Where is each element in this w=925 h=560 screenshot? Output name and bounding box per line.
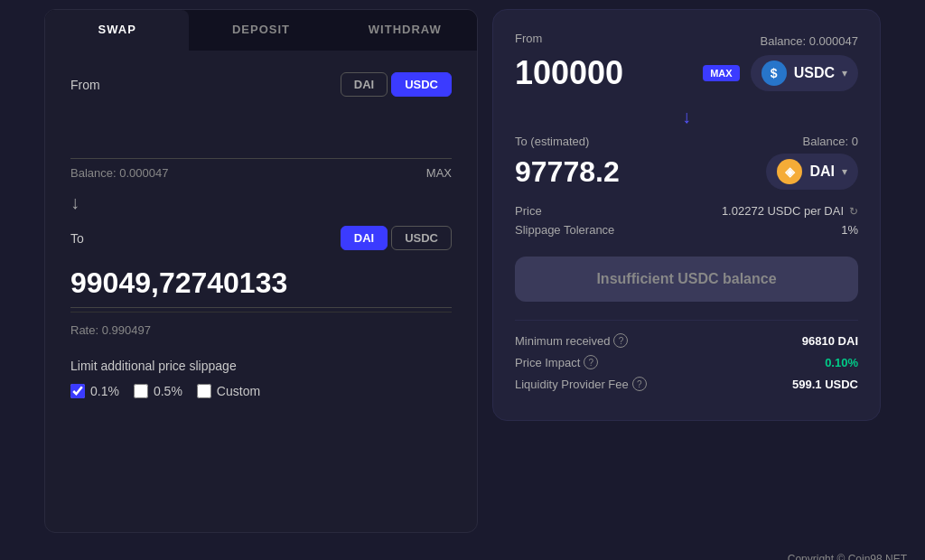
price-impact-label: Price Impact ?: [515, 355, 598, 369]
to-amount-display: 99049,72740133: [70, 259, 452, 308]
from-max-btn[interactable]: MAX: [426, 166, 452, 180]
lp-fee-info-icon[interactable]: ?: [632, 377, 647, 391]
min-received-label: Minimum received ?: [515, 333, 628, 348]
min-received-row: Minimum received ? 96810 DAI: [515, 333, 858, 348]
from-amount-input[interactable]: 100000: [70, 106, 452, 159]
from-dai-btn[interactable]: DAI: [341, 72, 388, 97]
rp-to-label: To (estimated): [515, 135, 589, 148]
left-panel: SWAP DEPOSIT WITHDRAW From DAI USDC 1000…: [44, 9, 478, 533]
rp-slippage-value: 1%: [841, 223, 858, 237]
lp-fee-label: Liquidity Provider Fee ?: [515, 377, 647, 391]
tab-bar: SWAP DEPOSIT WITHDRAW: [45, 10, 477, 51]
slippage-custom-checkbox[interactable]: [197, 384, 211, 398]
tab-deposit[interactable]: DEPOSIT: [189, 10, 332, 51]
rp-to-section: To (estimated) Balance: 0 97778.2 ◈ DAI …: [515, 135, 858, 190]
lp-fee-value: 599.1 USDC: [792, 378, 858, 391]
from-token-toggle: DAI USDC: [341, 72, 452, 97]
swap-direction-arrow: ↓: [70, 192, 452, 213]
slippage-custom-label: Custom: [217, 384, 260, 398]
rp-swap-arrow: ↓: [515, 107, 858, 127]
from-balance: Balance: 0.000047: [70, 166, 168, 180]
rp-to-token-name: DAI: [809, 163, 835, 180]
rp-max-badge[interactable]: MAX: [703, 65, 739, 81]
from-usdc-btn[interactable]: USDC: [391, 72, 452, 97]
slippage-custom[interactable]: Custom: [197, 384, 260, 398]
dai-token-icon: ◈: [777, 159, 802, 184]
rp-details: Minimum received ? 96810 DAI Price Impac…: [515, 320, 858, 391]
rp-slippage-row: Slippage Tolerance 1%: [515, 223, 858, 237]
rp-from-balance: Balance: 0.000047: [761, 34, 858, 48]
from-label: From: [70, 78, 100, 92]
rp-to-amount-row: 97778.2 ◈ DAI ▾: [515, 154, 858, 190]
rp-to-balance: Balance: 0: [803, 135, 858, 148]
to-dai-btn[interactable]: DAI: [341, 226, 388, 250]
to-token-toggle: DAI USDC: [341, 226, 452, 250]
slippage-05-label: 0.5%: [154, 384, 182, 398]
price-refresh-icon[interactable]: ↻: [849, 205, 858, 218]
to-label: To: [70, 231, 84, 246]
rp-from-token-selector[interactable]: $ USDC ▾: [751, 55, 858, 91]
slippage-section: Limit additional price slippage 0.1% 0.5…: [70, 359, 452, 398]
tab-withdraw[interactable]: WITHDRAW: [333, 10, 477, 51]
insufficient-balance-btn[interactable]: Insufficient USDC balance: [515, 257, 858, 302]
rp-from-amount: 100000: [515, 54, 692, 92]
right-panel: From Balance: 0.000047 100000 MAX $ USDC…: [492, 9, 881, 421]
rp-slippage-label: Slippage Tolerance: [515, 223, 614, 237]
price-impact-value: 0.10%: [825, 356, 858, 369]
rp-to-token-selector[interactable]: ◈ DAI ▾: [766, 154, 858, 190]
slippage-05[interactable]: 0.5%: [134, 384, 182, 398]
slippage-01-checkbox[interactable]: [70, 384, 85, 398]
to-token-chevron: ▾: [842, 165, 847, 178]
copyright-text: Copyright © Coin98.NET: [0, 553, 925, 560]
rp-price-row: Price 1.02272 USDC per DAI ↻: [515, 204, 858, 218]
price-impact-info-icon[interactable]: ?: [584, 355, 598, 369]
tab-swap[interactable]: SWAP: [45, 10, 189, 51]
to-usdc-btn[interactable]: USDC: [391, 226, 452, 250]
slippage-01[interactable]: 0.1%: [70, 384, 119, 398]
rate-display: Rate: 0.990497: [70, 323, 452, 337]
from-token-chevron: ▾: [842, 67, 847, 79]
price-impact-row: Price Impact ? 0.10%: [515, 355, 858, 369]
rp-from-amount-row: 100000 MAX $ USDC ▾: [515, 54, 858, 92]
rp-from-label: From: [515, 32, 542, 45]
slippage-05-checkbox[interactable]: [134, 384, 148, 398]
rp-to-amount: 97778.2: [515, 155, 755, 189]
rp-price-value: 1.02272 USDC per DAI ↻: [722, 204, 858, 218]
min-received-value: 96810 DAI: [802, 334, 858, 348]
slippage-options: 0.1% 0.5% Custom: [70, 384, 452, 398]
slippage-01-label: 0.1%: [90, 384, 119, 398]
lp-fee-row: Liquidity Provider Fee ? 599.1 USDC: [515, 377, 858, 391]
rp-from-token-name: USDC: [794, 65, 835, 81]
min-received-info-icon[interactable]: ?: [613, 333, 628, 348]
usdc-token-icon: $: [761, 61, 787, 86]
slippage-title: Limit additional price slippage: [70, 359, 452, 373]
rp-price-label: Price: [515, 204, 542, 218]
